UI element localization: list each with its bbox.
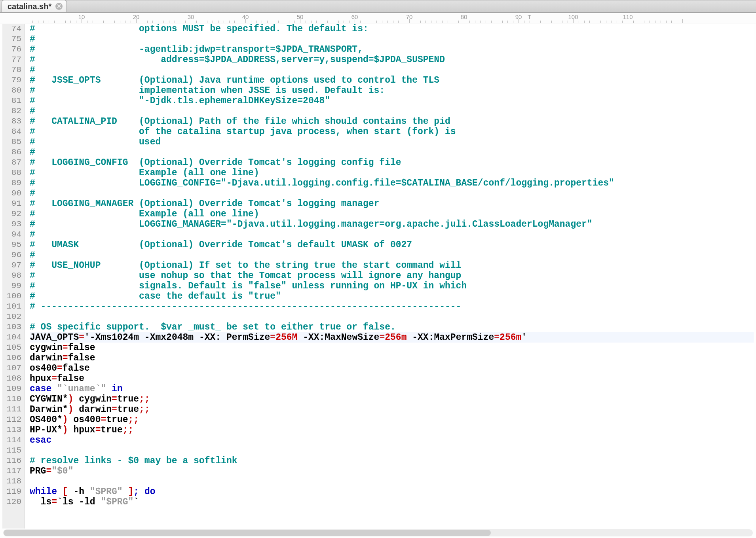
ruler-label: 110 — [623, 13, 633, 20]
code-line[interactable]: # UMASK (Optional) Override Tomcat's def… — [30, 240, 754, 250]
code-line[interactable]: # LOGGING_MANAGER="-Djava.util.logging.m… — [30, 219, 754, 229]
code-line[interactable]: darwin=false — [30, 353, 754, 363]
line-number: 111 — [2, 404, 25, 415]
line-number: 80 — [2, 85, 25, 96]
line-number: 119 — [2, 487, 25, 497]
tab-title: catalina.sh* — [8, 2, 51, 11]
line-number: 118 — [2, 476, 25, 487]
code-line[interactable]: # — [30, 34, 754, 44]
ruler-label: 30 — [188, 13, 194, 20]
code-line[interactable]: Darwin*) darwin=true;; — [30, 404, 754, 415]
line-number: 103 — [2, 322, 25, 332]
line-number: 87 — [2, 157, 25, 168]
line-number: 85 — [2, 137, 25, 147]
code-line[interactable]: # resolve links - $0 may be a softlink — [30, 456, 754, 466]
code-line[interactable]: PRG="$0" — [30, 466, 754, 476]
code-line[interactable]: # address=$JPDA_ADDRESS,server=y,suspend… — [30, 55, 754, 65]
line-number: 81 — [2, 96, 25, 106]
code-line[interactable]: JAVA_OPTS='-Xms1024m -Xmx2048m -XX: Perm… — [30, 332, 754, 343]
line-number: 110 — [2, 394, 25, 404]
code-line[interactable]: # JSSE_OPTS (Optional) Java runtime opti… — [30, 75, 754, 85]
line-number: 115 — [2, 445, 25, 456]
line-number: 112 — [2, 415, 25, 425]
close-icon[interactable]: ✕ — [55, 3, 63, 10]
line-number: 91 — [2, 199, 25, 209]
ruler-label: 60 — [351, 13, 358, 20]
file-tab[interactable]: catalina.sh* ✕ — [2, 0, 67, 12]
line-number: 117 — [2, 466, 25, 476]
ruler-label: 70 — [406, 13, 413, 20]
line-number: 89 — [2, 178, 25, 188]
line-number: 102 — [2, 312, 25, 322]
code-line[interactable]: # LOGGING_MANAGER (Optional) Override To… — [30, 199, 754, 209]
code-line[interactable]: # Example (all one line) — [30, 168, 754, 178]
code-area[interactable]: # options MUST be specified. The default… — [25, 24, 754, 529]
line-number-gutter: 7475767778798081828384858687888990919293… — [2, 24, 25, 529]
code-line[interactable]: # used — [30, 137, 754, 147]
code-line[interactable]: # USE_NOHUP (Optional) If set to the str… — [30, 260, 754, 271]
column-ruler: 102030405060708090100110T — [0, 14, 756, 23]
line-number: 104 — [2, 332, 25, 343]
code-line[interactable]: ​ — [30, 476, 754, 487]
code-line[interactable]: # Example (all one line) — [30, 209, 754, 219]
code-line[interactable]: # — [30, 65, 754, 75]
line-number: 107 — [2, 363, 25, 373]
code-line[interactable]: # case the default is "true" — [30, 291, 754, 301]
code-line[interactable]: # OS specific support. $var _must_ be se… — [30, 322, 754, 332]
code-line[interactable]: OS400*) os400=true;; — [30, 415, 754, 425]
code-line[interactable]: os400=false — [30, 363, 754, 373]
line-number: 114 — [2, 435, 25, 445]
code-line[interactable]: # of the catalina startup java process, … — [30, 127, 754, 137]
line-number: 101 — [2, 301, 25, 312]
code-line[interactable]: # "-Djdk.tls.ephemeralDHKeySize=2048" — [30, 96, 754, 106]
line-number: 108 — [2, 373, 25, 384]
line-number: 100 — [2, 291, 25, 301]
code-line[interactable]: esac — [30, 435, 754, 445]
line-number: 98 — [2, 271, 25, 281]
code-line[interactable]: # — [30, 250, 754, 260]
ruler-label: 90 — [515, 13, 522, 20]
code-line[interactable]: while [ -h "$PRG" ]; do — [30, 487, 754, 497]
code-line[interactable]: # --------------------------------------… — [30, 301, 754, 312]
line-number: 76 — [2, 44, 25, 55]
scrollbar-thumb[interactable] — [4, 530, 491, 536]
code-line[interactable]: # use nohup so that the Tomcat process w… — [30, 271, 754, 281]
code-line[interactable]: # — [30, 106, 754, 116]
code-line[interactable]: # — [30, 147, 754, 157]
line-number: 93 — [2, 219, 25, 229]
code-line[interactable]: # CATALINA_PID (Optional) Path of the fi… — [30, 116, 754, 127]
code-line[interactable]: # — [30, 229, 754, 240]
code-line[interactable]: # — [30, 188, 754, 199]
line-number: 77 — [2, 55, 25, 65]
code-line[interactable]: ls=`ls -ld "$PRG"` — [30, 497, 754, 507]
code-line[interactable]: # -agentlib:jdwp=transport=$JPDA_TRANSPO… — [30, 44, 754, 55]
line-number: 92 — [2, 209, 25, 219]
line-number: 105 — [2, 343, 25, 353]
line-number: 78 — [2, 65, 25, 75]
code-line[interactable]: hpux=false — [30, 373, 754, 384]
code-line[interactable]: # LOGGING_CONFIG (Optional) Override Tom… — [30, 157, 754, 168]
editor[interactable]: 7475767778798081828384858687888990919293… — [2, 24, 754, 529]
line-number: 120 — [2, 497, 25, 507]
line-number: 83 — [2, 116, 25, 127]
line-number: 79 — [2, 75, 25, 85]
line-number: 109 — [2, 384, 25, 394]
horizontal-scrollbar[interactable] — [3, 529, 753, 536]
code-line[interactable]: HP-UX*) hpux=true;; — [30, 425, 754, 435]
code-line[interactable]: case "`uname`" in — [30, 384, 754, 394]
code-line[interactable]: ​ — [30, 445, 754, 456]
line-number: 82 — [2, 106, 25, 116]
code-line[interactable]: # LOGGING_CONFIG="-Djava.util.logging.co… — [30, 178, 754, 188]
line-number: 106 — [2, 353, 25, 363]
code-line[interactable]: CYGWIN*) cygwin=true;; — [30, 394, 754, 404]
ruler-label: 10 — [78, 13, 85, 20]
line-number: 74 — [2, 24, 25, 34]
code-line[interactable]: cygwin=false — [30, 343, 754, 353]
line-number: 113 — [2, 425, 25, 435]
line-number: 99 — [2, 281, 25, 291]
code-line[interactable]: # options MUST be specified. The default… — [30, 24, 754, 34]
code-line[interactable]: ​ — [30, 312, 754, 322]
line-number: 75 — [2, 34, 25, 44]
code-line[interactable]: # signals. Default is "false" unless run… — [30, 281, 754, 291]
code-line[interactable]: # implementation when JSSE is used. Defa… — [30, 85, 754, 96]
